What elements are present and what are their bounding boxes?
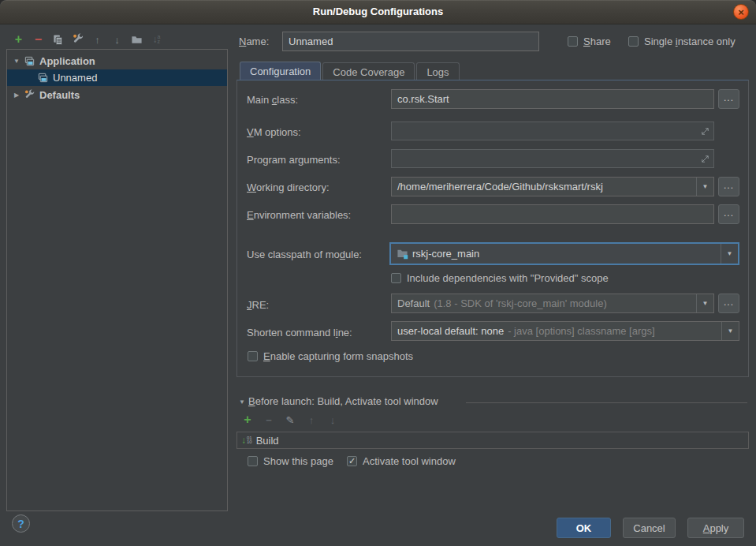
ok-button[interactable]: OK <box>557 518 611 538</box>
chevron-down-icon: ▼ <box>727 250 733 257</box>
use-classpath-value: rskj-core_main <box>412 248 479 260</box>
environment-variables-input[interactable] <box>391 204 714 224</box>
working-directory-browse-button[interactable]: ... <box>718 177 739 196</box>
arrow-down-icon: ↓ <box>330 415 336 425</box>
remove-configuration-button[interactable]: − <box>32 33 45 47</box>
activate-tool-window-checkbox[interactable]: ✓ <box>347 456 357 466</box>
ellipsis-icon: ... <box>724 297 734 308</box>
move-task-up-button[interactable]: ↑ <box>306 413 317 426</box>
show-this-page-checkbox[interactable] <box>248 456 258 466</box>
dropdown-arrow-button[interactable]: ▼ <box>721 322 739 340</box>
arrow-up-icon: ↑ <box>309 415 315 425</box>
edit-task-button[interactable]: ✎ <box>285 413 296 426</box>
run-debug-configurations-dialog: Run/Debug Configurations × + − ↑ ↓ ↓ az … <box>0 0 756 546</box>
close-button[interactable]: × <box>733 4 749 20</box>
environment-variables-label: Environment variables: <box>247 209 351 221</box>
help-button[interactable]: ? <box>12 514 30 533</box>
tree-item-defaults[interactable]: ▶ Defaults <box>7 87 227 103</box>
share-checkbox-label[interactable]: Share <box>583 36 611 47</box>
expand-diagonal-icon <box>700 154 710 164</box>
use-classpath-label: Use classpath of module: <box>247 249 362 260</box>
name-input[interactable] <box>282 32 539 51</box>
enable-snapshots-checkbox[interactable] <box>248 351 258 361</box>
jre-hint: (1.8 - SDK of 'rskj-core_main' module) <box>434 297 607 309</box>
defaults-wrench-icon <box>23 89 36 101</box>
minus-icon: − <box>35 33 42 46</box>
environment-variables-browse-button[interactable]: ... <box>718 204 739 224</box>
add-configuration-button[interactable]: + <box>12 33 25 47</box>
jre-value: Default <box>397 297 430 309</box>
expand-field-button[interactable] <box>700 153 710 163</box>
single-instance-checkbox[interactable] <box>628 36 639 47</box>
enable-snapshots-label[interactable]: Enable capturing form snapshots <box>263 350 413 362</box>
shorten-command-line-label: Shorten command line: <box>247 327 352 338</box>
question-icon: ? <box>17 518 24 530</box>
move-task-down-button[interactable]: ↓ <box>327 413 338 426</box>
shorten-command-line-combobox[interactable]: user-local default: none- java [options]… <box>391 321 739 341</box>
working-directory-label: Working directory: <box>247 181 330 193</box>
dropdown-arrow-button[interactable]: ▼ <box>721 244 738 264</box>
show-this-page-label[interactable]: Show this page <box>263 455 333 467</box>
window-title: Run/Debug Configurations <box>0 6 756 17</box>
module-icon <box>397 248 408 260</box>
remove-task-button[interactable]: − <box>263 413 274 426</box>
chevron-down-icon: ▼ <box>702 300 709 307</box>
arrow-down-icon: ↓ <box>114 35 120 45</box>
tab-logs[interactable]: Logs <box>416 62 459 80</box>
ellipsis-icon: ... <box>724 92 734 103</box>
ellipsis-icon: ... <box>724 208 734 219</box>
tree-item-unnamed-selected[interactable]: Unnamed <box>7 69 227 86</box>
main-class-input[interactable] <box>391 89 714 109</box>
collapse-triangle-icon[interactable]: ▼ <box>12 58 21 65</box>
arrow-up-icon: ↑ <box>95 35 100 45</box>
expand-triangle-icon[interactable]: ▶ <box>12 92 21 99</box>
copy-configuration-button[interactable] <box>51 33 65 47</box>
working-directory-combobox[interactable]: /home/meriherrera/Code/Github/rsksmart/r… <box>391 177 714 196</box>
tree-item-application[interactable]: ▼ Application <box>7 53 227 69</box>
program-arguments-input[interactable] <box>391 149 714 168</box>
dropdown-arrow-button[interactable]: ▼ <box>696 294 713 312</box>
before-launch-task-build[interactable]: ↓ 0110 Build <box>236 432 749 449</box>
activate-tool-window-label[interactable]: Activate tool window <box>363 455 456 467</box>
expand-field-button[interactable] <box>700 125 710 136</box>
dropdown-arrow-button[interactable]: ▼ <box>696 178 713 196</box>
titlebar[interactable]: Run/Debug Configurations × <box>0 0 756 24</box>
tab-code-coverage[interactable]: Code Coverage <box>322 62 415 80</box>
before-launch-separator <box>466 402 747 403</box>
shorten-hint: - java [options] classname [args] <box>508 325 654 337</box>
name-label: Name: <box>239 36 269 47</box>
sort-az-icon: az <box>158 35 161 43</box>
minus-icon: − <box>266 415 272 425</box>
apply-button[interactable]: Apply <box>687 518 744 538</box>
add-task-button[interactable]: + <box>242 413 253 426</box>
pencil-icon: ✎ <box>286 415 295 425</box>
close-icon: × <box>738 7 744 17</box>
sort-configurations-button[interactable]: ↓ az <box>150 33 163 47</box>
build-icon: ↓ 0110 <box>241 435 252 446</box>
move-up-button[interactable]: ↑ <box>91 33 104 47</box>
jre-combobox[interactable]: Default(1.8 - SDK of 'rskj-core_main' mo… <box>391 294 714 313</box>
include-provided-label[interactable]: Include dependencies with "Provided" sco… <box>407 272 609 284</box>
cancel-button[interactable]: Cancel <box>623 518 676 538</box>
use-classpath-combobox[interactable]: rskj-core_main ▼ <box>389 242 739 265</box>
tab-configuration[interactable]: Configuration <box>240 62 321 80</box>
application-icon <box>23 55 36 67</box>
ellipsis-icon: ... <box>724 180 734 191</box>
single-instance-checkbox-label[interactable]: Single instance only <box>644 36 736 47</box>
jre-browse-button[interactable]: ... <box>718 294 739 313</box>
plus-icon: + <box>15 33 22 46</box>
include-provided-checkbox[interactable] <box>391 273 401 283</box>
move-down-button[interactable]: ↓ <box>110 33 124 47</box>
task-label: Build <box>256 435 279 447</box>
before-launch-collapse-icon[interactable]: ▼ <box>239 398 245 406</box>
chevron-down-icon: ▼ <box>728 327 734 335</box>
vm-options-input[interactable] <box>391 122 714 140</box>
tab-bar: Configuration Code Coverage Logs <box>240 62 460 80</box>
main-class-browse-button[interactable]: ... <box>718 89 739 109</box>
application-icon <box>36 72 50 84</box>
edit-defaults-button[interactable] <box>71 33 84 47</box>
share-checkbox[interactable] <box>568 36 578 47</box>
tree-item-label: Application <box>39 55 95 67</box>
before-launch-header[interactable]: Before launch: Build, Activate tool wind… <box>248 395 438 407</box>
create-folder-button[interactable] <box>130 33 143 47</box>
